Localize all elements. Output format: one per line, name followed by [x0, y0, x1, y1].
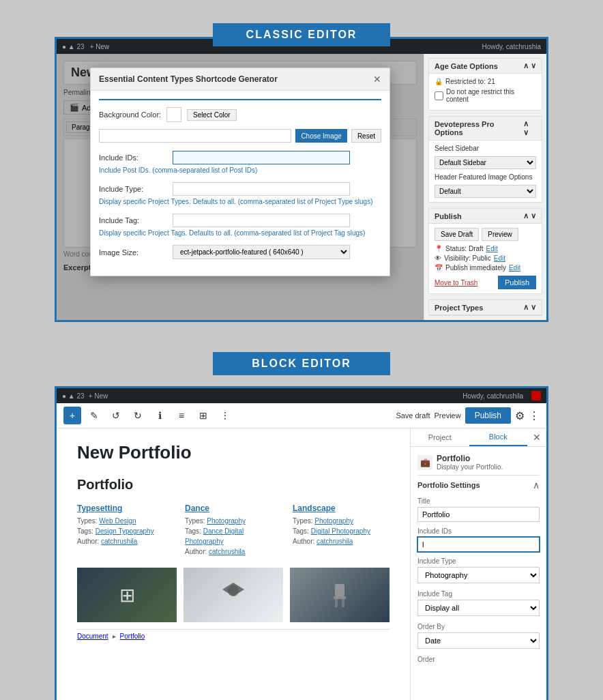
redo-button[interactable]: ↻: [129, 407, 147, 424]
portfolio-plugin-icon: 💼: [417, 455, 432, 470]
details-button[interactable]: ℹ: [151, 407, 168, 424]
item-types-link[interactable]: Photography: [207, 517, 246, 525]
block-more-button[interactable]: ⋮: [529, 409, 540, 422]
include-tag-label: Include Tag:: [99, 216, 167, 224]
item-author-link[interactable]: catchrushila: [209, 548, 245, 555]
item-author-link[interactable]: catchrushila: [317, 538, 353, 545]
publish-button[interactable]: Publish: [498, 276, 536, 289]
breadcrumb-document[interactable]: Document: [77, 632, 108, 640]
sidebar-select[interactable]: Default Sidebar: [435, 156, 536, 169]
block-save-draft-button[interactable]: Save draft: [396, 411, 430, 420]
bg-color-row: Background Color: Select Color: [99, 107, 381, 122]
preview-button[interactable]: Preview: [482, 228, 518, 241]
undo-button[interactable]: ↺: [107, 407, 125, 424]
devotepress-body: Select Sidebar Default Sidebar Header Fe…: [429, 141, 542, 202]
item-author-link[interactable]: catchrushila: [101, 538, 137, 545]
item-tags-link[interactable]: Digital Photography: [311, 527, 370, 535]
portfolio-items-grid: Typesetting Types: Web Design Tags: Desi…: [77, 504, 389, 557]
svg-rect-2: [335, 584, 344, 596]
include-type-input[interactable]: [173, 182, 350, 196]
bg-color-label: Background Color:: [99, 111, 161, 119]
item-title[interactable]: Dance: [185, 504, 282, 513]
project-types-box: Project Types ∧ ∨: [428, 300, 542, 316]
age-gate-toggle[interactable]: ∧ ∨: [523, 61, 536, 70]
tab-block[interactable]: Block: [469, 428, 528, 446]
include-type-description: Display specific Project Types. Defaults…: [99, 198, 381, 205]
devotepress-box: Devotepress Pro Options ∧ ∨ Select Sideb…: [428, 116, 542, 203]
item-types-link[interactable]: Photography: [314, 517, 353, 525]
list-view-button[interactable]: ≡: [173, 407, 190, 424]
graduation-icon: [220, 581, 247, 609]
image-size-label: Image Size:: [99, 248, 167, 257]
modal-overlay: Essential Content Types Shortcode Genera…: [57, 54, 424, 320]
block-publish-button[interactable]: Publish: [465, 407, 511, 424]
choose-image-button[interactable]: Chose Image: [295, 129, 347, 143]
image-input[interactable]: [99, 129, 291, 143]
modal-body: Background Color: Select Color Chose Ima…: [91, 91, 389, 276]
block-order-by-select[interactable]: Date: [417, 632, 540, 649]
title-input[interactable]: [417, 507, 540, 522]
move-to-trash-link[interactable]: Move to Trash: [435, 279, 477, 287]
settings-toggle-icon[interactable]: ∧: [533, 480, 540, 491]
publish-box: Publish ∧ ∨ Save Draft Preview 📍 Status:…: [428, 208, 542, 294]
classic-sidebar: Age Gate Options ∧ ∨ 🔒 Restricted to: 21…: [424, 54, 546, 320]
portfolio-thumbnail: [290, 568, 389, 622]
block-editor-header: BLOCK EDITOR: [213, 352, 390, 375]
age-gate-label: Age Gate Options: [435, 62, 498, 70]
header-featured-select[interactable]: Default: [435, 185, 536, 198]
breadcrumb-portfolio[interactable]: Portfolio: [120, 632, 145, 640]
fullscreen-button[interactable]: ⊞: [194, 407, 212, 424]
portfolio-thumbnail: ⊞: [77, 568, 177, 622]
title-field-label: Title: [417, 497, 540, 505]
more-toolbar-button[interactable]: ⋮: [216, 407, 234, 424]
select-color-button[interactable]: Select Color: [187, 109, 236, 121]
block-include-type-select[interactable]: Photography: [417, 567, 540, 583]
image-size-select[interactable]: ect-jetpack-portfolio-featured ( 640x640…: [173, 245, 350, 259]
color-swatch[interactable]: [166, 107, 181, 122]
admin-bar-new[interactable]: + New: [90, 43, 110, 50]
item-title[interactable]: Typesetting: [77, 504, 174, 513]
add-block-button[interactable]: +: [63, 407, 81, 424]
block-preview-button[interactable]: Preview: [435, 411, 461, 420]
block-sidebar-tabs: Project Block ✕: [411, 428, 546, 447]
publish-edit-link[interactable]: Edit: [509, 264, 520, 272]
classic-editor-header: CLASSIC EDITOR: [213, 23, 390, 46]
include-ids-description: Include Post IDs. (comma-separated list …: [99, 166, 381, 174]
save-draft-button[interactable]: Save Draft: [435, 228, 479, 241]
breadcrumb-separator: ▸: [113, 632, 116, 640]
svg-marker-1: [222, 583, 244, 596]
block-include-ids-input[interactable]: [417, 537, 540, 552]
include-ids-label: Include IDs:: [99, 154, 167, 162]
include-tag-description: Display specific Project Tags. Defaults …: [99, 229, 381, 237]
block-admin-new[interactable]: + New: [89, 392, 108, 400]
visibility-text: Visibility: Public: [444, 254, 491, 262]
tab-project[interactable]: Project: [411, 428, 469, 446]
age-gate-body: 🔒 Restricted to: 21 Do not age restrict …: [429, 74, 542, 110]
sidebar-close-button[interactable]: ✕: [527, 428, 546, 446]
devotepress-toggle[interactable]: ∧ ∨: [523, 119, 536, 137]
item-title[interactable]: Landscape: [293, 504, 389, 513]
block-settings-button[interactable]: ⚙: [515, 409, 525, 422]
item-types-link[interactable]: Web Design: [99, 517, 136, 525]
status-edit-link[interactable]: Edit: [486, 245, 498, 252]
do-not-age-checkbox[interactable]: [435, 91, 443, 100]
include-tag-row: Include Tag: Display specific Project Ta…: [99, 214, 381, 237]
do-not-age-label: Do not age restrict this content: [446, 88, 536, 103]
project-types-toggle[interactable]: ∧ ∨: [523, 303, 536, 312]
admin-bar-icons: ● ▲ 23: [62, 43, 85, 50]
list-item: Typesetting Types: Web Design Tags: Desi…: [77, 504, 174, 557]
include-ids-input[interactable]: [173, 151, 350, 164]
item-meta: Types: Web Design Tags: Design Typograph…: [77, 516, 174, 546]
publish-toggle[interactable]: ∧ ∨: [523, 212, 536, 220]
visibility-edit-link[interactable]: Edit: [494, 254, 505, 262]
block-include-tag-select[interactable]: Display all Baby: [417, 600, 540, 616]
tools-button[interactable]: ✎: [85, 407, 103, 424]
wp-close-icon[interactable]: [531, 391, 541, 400]
block-post-title[interactable]: New Portfolio: [77, 442, 389, 463]
image-size-row: Image Size: ect-jetpack-portfolio-featur…: [99, 245, 381, 259]
devotepress-label: Devotepress Pro Options: [435, 120, 523, 136]
reset-button[interactable]: Reset: [351, 129, 381, 143]
include-tag-input[interactable]: [173, 214, 350, 227]
item-tags-link[interactable]: Design Typography: [95, 527, 154, 535]
modal-close-button[interactable]: ✕: [373, 74, 381, 85]
